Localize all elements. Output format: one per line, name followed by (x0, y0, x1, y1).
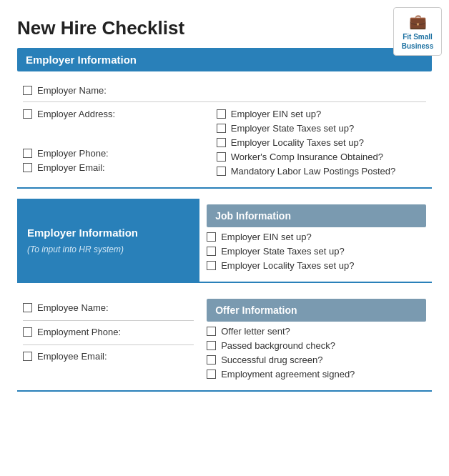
state-taxes-checkbox[interactable] (217, 124, 226, 133)
background-check-checkbox[interactable] (207, 341, 216, 350)
offer-info-header: Offer Information (207, 299, 426, 322)
employer-address-checkbox[interactable] (23, 109, 32, 119)
split-section: Employer Information (To input into HR s… (17, 199, 432, 283)
employer-address-label: Employer Address: (37, 109, 115, 119)
employer-name-checkbox[interactable] (23, 86, 32, 95)
employer-name-row: Employer Name: (23, 81, 426, 102)
split-left-header: Employer Information (27, 227, 189, 239)
employment-phone-checkbox[interactable] (23, 327, 32, 337)
locality-taxes-label: Employer Locality Taxes set up? (231, 137, 364, 148)
state-taxes-row: Employer State Taxes set up? (217, 123, 426, 134)
logo-icon: 💼 (398, 12, 438, 31)
employer-right-col: Employer EIN set up? Employer State Taxe… (217, 105, 426, 180)
employer-email-row: Employer Email: (23, 162, 217, 173)
employer-phone-row: Employer Phone: (23, 148, 217, 159)
employment-agreement-label: Employment agreement signed? (221, 369, 355, 380)
page-title: New Hire Checklist (17, 17, 432, 39)
workers-comp-checkbox[interactable] (217, 152, 226, 162)
offer-letter-row: Offer letter sent? (207, 326, 426, 337)
employment-agreement-checkbox[interactable] (207, 370, 216, 379)
job-locality-taxes-row: Employer Locality Taxes set up? (207, 260, 426, 271)
employee-name-checkbox[interactable] (23, 303, 32, 312)
job-locality-taxes-checkbox[interactable] (207, 261, 216, 270)
employee-email-label: Employee Email: (37, 351, 107, 362)
offer-letter-checkbox[interactable] (207, 327, 216, 336)
split-left-subtext: (To input into HR system) (27, 244, 189, 254)
ein-checkbox[interactable] (217, 109, 226, 119)
employee-email-checkbox[interactable] (23, 352, 32, 361)
logo-text: Fit Small (403, 33, 433, 41)
employer-email-label: Employer Email: (37, 162, 105, 173)
workers-comp-row: Worker's Comp Insurance Obtained? (217, 152, 426, 162)
offer-info-col: Offer Information Offer letter sent? Pas… (199, 293, 432, 390)
employer-info-body: Employer Name: Employer Address: Employe… (17, 71, 432, 189)
locality-taxes-row: Employer Locality Taxes set up? (217, 137, 426, 148)
split-left-panel: Employer Information (To input into HR s… (17, 199, 199, 282)
employment-phone-label: Employment Phone: (37, 327, 121, 337)
employer-phone-checkbox[interactable] (23, 149, 32, 158)
job-info-header: Job Information (207, 204, 426, 227)
drug-screen-label: Successful drug screen? (221, 354, 322, 365)
page: 💼 Fit Small Business New Hire Checklist … (0, 0, 449, 476)
employer-two-col: Employer Address: Employer Phone: Employ… (23, 105, 426, 180)
background-check-row: Passed background check? (207, 340, 426, 351)
locality-taxes-checkbox[interactable] (217, 138, 226, 147)
logo-box: 💼 Fit Small Business (393, 7, 442, 56)
drug-screen-row: Successful drug screen? (207, 354, 426, 365)
employer-email-checkbox[interactable] (23, 163, 32, 172)
workers-comp-label: Worker's Comp Insurance Obtained? (231, 152, 383, 162)
background-check-label: Passed background check? (221, 340, 335, 351)
labor-law-checkbox[interactable] (217, 167, 226, 176)
state-taxes-label: Employer State Taxes set up? (231, 123, 354, 134)
labor-law-row: Mandatory Labor Law Postings Posted? (217, 166, 426, 177)
employee-email-row: Employee Email: (23, 351, 194, 362)
job-state-taxes-label: Employer State Taxes set up? (221, 246, 344, 257)
employer-address-row: Employer Address: (23, 109, 217, 119)
ein-row: Employer EIN set up? (217, 109, 426, 119)
job-state-taxes-row: Employer State Taxes set up? (207, 246, 426, 257)
ein-label: Employer EIN set up? (231, 109, 321, 119)
offer-letter-label: Offer letter sent? (221, 326, 290, 337)
employer-name-label: Employer Name: (37, 85, 107, 96)
job-ein-row: Employer EIN set up? (207, 232, 426, 242)
employer-info-section: Employer Information Employer Name: Empl… (17, 48, 432, 189)
labor-law-label: Mandatory Labor Law Postings Posted? (231, 166, 396, 177)
employment-agreement-row: Employment agreement signed? (207, 369, 426, 380)
employer-left-col: Employer Address: Employer Phone: Employ… (23, 105, 217, 180)
employee-name-row: Employee Name: (23, 302, 194, 321)
job-ein-checkbox[interactable] (207, 232, 216, 242)
employer-info-header: Employer Information (17, 48, 432, 71)
employee-info-col: Employee Name: Employment Phone: Employe… (17, 293, 199, 390)
employee-name-label: Employee Name: (37, 302, 109, 313)
job-state-taxes-checkbox[interactable] (207, 247, 216, 256)
drug-screen-checkbox[interactable] (207, 355, 216, 365)
employment-phone-row: Employment Phone: (23, 327, 194, 345)
job-ein-label: Employer EIN set up? (221, 232, 311, 242)
job-locality-taxes-label: Employer Locality Taxes set up? (221, 260, 354, 271)
employer-phone-label: Employer Phone: (37, 148, 109, 159)
bottom-section: Employee Name: Employment Phone: Employe… (17, 293, 432, 392)
split-right-panel: Job Information Employer EIN set up? Emp… (199, 199, 432, 282)
logo-text2: Business (402, 42, 433, 50)
